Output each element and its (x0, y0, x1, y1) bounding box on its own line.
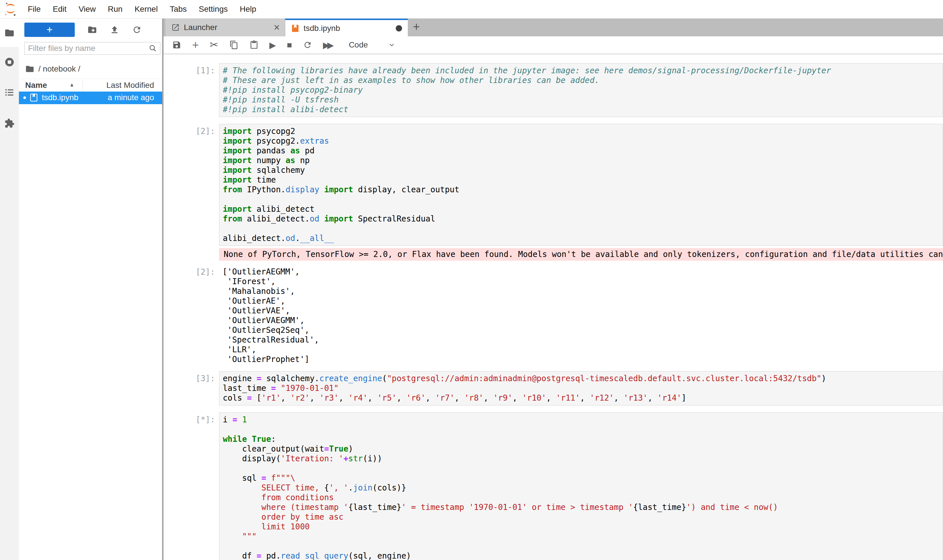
notebook-file-icon (29, 93, 39, 102)
insert-cell-icon[interactable]: + (192, 38, 199, 51)
unsaved-changes-dot (396, 25, 402, 31)
restart-kernel-icon[interactable] (303, 40, 312, 49)
run-cell-icon[interactable]: ▶ (270, 40, 276, 50)
stderr-output: None of PyTorch, TensorFlow >= 2.0, or F… (219, 248, 943, 261)
chevron-down-icon[interactable] (388, 41, 395, 49)
filter-files-input[interactable] (28, 43, 149, 53)
menu-bar-items: FileEditViewRunKernelTabsSettingsHelp (22, 0, 262, 18)
cell-code-editor[interactable]: # The following libraries have already b… (219, 63, 943, 117)
dock-tab-bar: Launcher × tsdb.ipynb + (164, 18, 943, 36)
cut-cells-icon[interactable]: ✂ (210, 39, 218, 51)
folder-icon (4, 28, 15, 38)
interrupt-kernel-icon[interactable]: ■ (287, 40, 292, 50)
menu-run[interactable]: Run (102, 0, 128, 18)
file-browser-panel: + / notebook / Name ▲ (19, 18, 162, 560)
notebook-icon (291, 24, 299, 32)
running-sessions-icon[interactable] (4, 57, 15, 67)
menu-bar: FileEditViewRunKernelTabsSettingsHelp (0, 0, 943, 18)
home-folder-icon (25, 65, 34, 74)
cell-input-prompt: [1]: (164, 63, 219, 117)
upload-icon[interactable] (110, 25, 119, 35)
cell-code-editor[interactable]: import psycopg2import psycopg2.extrasimp… (219, 124, 943, 246)
breadcrumb[interactable]: / notebook / (25, 65, 80, 74)
notebook-cell: [*]:i = 1 while True: clear_output(wait=… (164, 412, 943, 560)
cell-code-editor[interactable]: engine = sqlalchemy.create_engine("postg… (219, 371, 943, 406)
execute-result-text: ['OutlierAEGMM', 'IForest', 'Mahalanobis… (219, 265, 319, 364)
new-launcher-button[interactable]: + (24, 23, 75, 37)
paste-cells-icon[interactable] (249, 40, 259, 49)
column-divider (82, 80, 83, 91)
copy-cells-icon[interactable] (229, 40, 239, 49)
table-of-contents-icon[interactable] (4, 87, 15, 98)
sort-ascending-icon[interactable]: ▲ (69, 82, 74, 88)
tab-launcher[interactable]: Launcher × (165, 18, 285, 36)
filter-files-box (24, 42, 161, 55)
menu-edit[interactable]: Edit (47, 0, 73, 18)
cell-input-prompt: [2]: (164, 124, 219, 246)
notebook-cell: [2]:import psycopg2import psycopg2.extra… (164, 124, 943, 364)
file-row-tsdb[interactable]: • tsdb.ipynb a minute ago (19, 92, 162, 104)
column-last-modified[interactable]: Last Modified (106, 81, 154, 90)
main-area: Launcher × tsdb.ipynb + + ✂ (164, 18, 943, 560)
cell-code-editor[interactable]: i = 1 while True: clear_output(wait=True… (219, 412, 943, 560)
cell-input-prompt: [3]: (164, 371, 219, 406)
left-sidebar-strip (0, 18, 19, 560)
menu-help[interactable]: Help (234, 0, 262, 18)
tab-notebook-tsdb[interactable]: tsdb.ipynb (285, 18, 408, 36)
launcher-icon (171, 23, 180, 32)
notebook-cells: [1]:# The following libraries have alrea… (164, 63, 943, 560)
sidebar-tab-file-browser[interactable] (0, 18, 19, 48)
search-icon (149, 44, 157, 53)
refresh-icon[interactable] (132, 25, 142, 35)
file-list-header: Name ▲ Last Modified (19, 79, 162, 92)
save-icon[interactable] (172, 40, 181, 49)
tab-notebook-label: tsdb.ipynb (304, 24, 340, 33)
restart-run-all-icon[interactable]: ▶▶ (323, 40, 332, 50)
notebook-cell: [3]:engine = sqlalchemy.create_engine("p… (164, 371, 943, 406)
file-name: tsdb.ipynb (42, 93, 79, 102)
cell-input-prompt: [*]: (164, 412, 219, 560)
notebook-cell: [1]:# The following libraries have alrea… (164, 63, 943, 117)
new-folder-icon[interactable] (87, 25, 97, 35)
new-tab-button[interactable]: + (408, 18, 425, 36)
jupyter-logo-icon (3, 2, 18, 17)
close-tab-icon[interactable]: × (274, 22, 280, 34)
running-kernel-dot: • (23, 92, 26, 103)
tab-launcher-label: Launcher (184, 23, 218, 32)
menu-file[interactable]: File (22, 0, 47, 18)
extensions-puzzle-icon[interactable] (4, 118, 15, 128)
menu-tabs[interactable]: Tabs (164, 0, 193, 18)
notebook-scroll-area[interactable]: [1]:# The following libraries have alrea… (164, 55, 943, 560)
file-browser-toolbar: + (19, 21, 162, 38)
file-modified: a minute ago (108, 93, 154, 102)
cell-type-select[interactable]: Code (349, 40, 368, 49)
column-name[interactable]: Name (25, 81, 47, 90)
menu-settings[interactable]: Settings (193, 0, 234, 18)
cell-output-prompt: [2]: (164, 265, 219, 364)
breadcrumb-path: / notebook / (39, 65, 80, 74)
jupyterlab-window: FileEditViewRunKernelTabsSettingsHelp + (0, 0, 943, 560)
notebook-toolbar: + ✂ ▶ ■ ▶▶ Code (164, 36, 943, 54)
menu-kernel[interactable]: Kernel (128, 0, 164, 18)
menu-view[interactable]: View (73, 0, 102, 18)
